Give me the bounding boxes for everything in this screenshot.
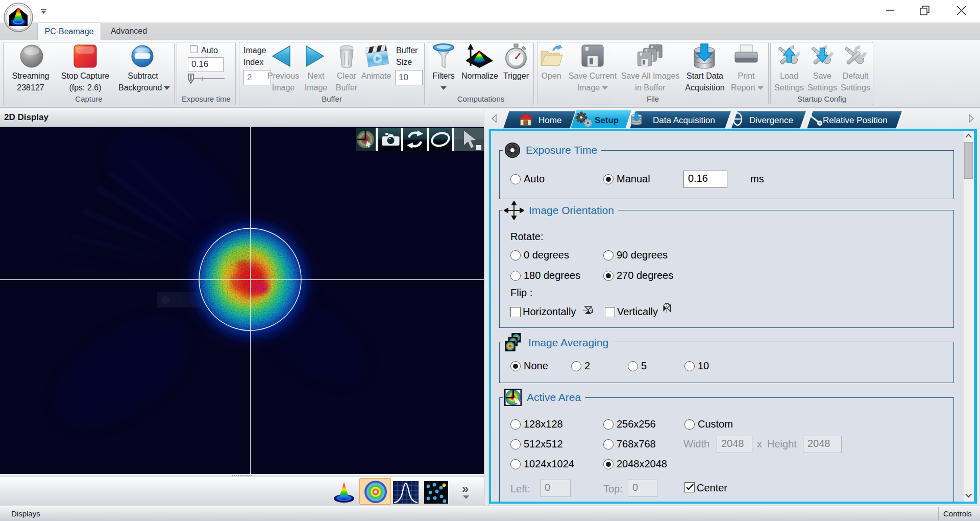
svg-text:Setup: Setup [595,115,619,125]
svg-text:Relative Position: Relative Position [823,115,888,125]
svg-text:Divergence: Divergence [749,115,793,125]
svg-text:Home: Home [538,115,561,125]
svg-text:Data Acquisition: Data Acquisition [653,115,715,125]
